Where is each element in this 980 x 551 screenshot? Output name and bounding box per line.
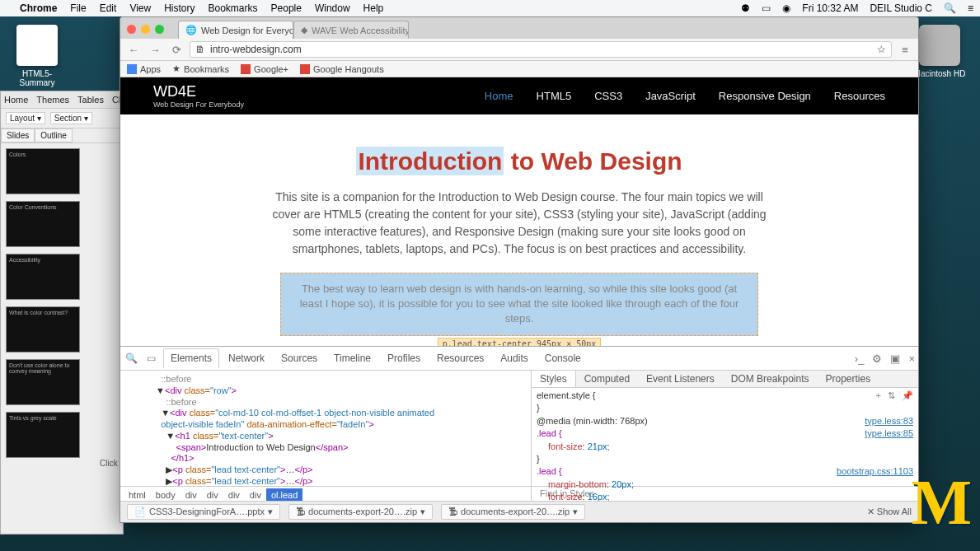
dt-tab-audits[interactable]: Audits: [493, 348, 535, 368]
page-title: Introduction to Web Design: [170, 147, 869, 175]
menu-window[interactable]: Window: [315, 2, 350, 14]
close-icon[interactable]: [127, 25, 136, 34]
pin-icon[interactable]: 📌: [902, 390, 913, 402]
zoom-icon[interactable]: [155, 25, 164, 34]
dt-tab-timeline[interactable]: Timeline: [326, 348, 378, 368]
toggle-state-icon[interactable]: ⇅: [888, 390, 895, 402]
dt-drawer-icon[interactable]: ›_: [855, 353, 865, 365]
dt-settings-icon[interactable]: ⚙: [872, 353, 882, 365]
window-controls: [127, 25, 164, 34]
bg-section-dropdown[interactable]: Section ▾: [50, 112, 92, 124]
menu-edit[interactable]: Edit: [100, 2, 117, 14]
download-item[interactable]: 🗜 documents-export-20….zip ▾: [288, 504, 433, 520]
styles-rules[interactable]: +⇅📌 element.style { } type.less:83@media…: [532, 388, 918, 506]
bg-tab-outline[interactable]: Outline: [35, 128, 73, 142]
dt-tab-console[interactable]: Console: [537, 348, 588, 368]
slide-thumb[interactable]: Accessibility: [6, 254, 80, 300]
crumb[interactable]: body: [151, 488, 181, 502]
menu-view[interactable]: View: [129, 2, 151, 14]
minimize-icon[interactable]: [141, 25, 150, 34]
menu-app[interactable]: Chrome: [20, 2, 57, 14]
show-all-downloads[interactable]: ✕ Show All: [867, 507, 912, 517]
menu-bookmarks[interactable]: Bookmarks: [209, 2, 258, 14]
site-logo[interactable]: WD4E Web Design For Everybody: [153, 83, 244, 109]
crumb[interactable]: div: [245, 488, 266, 502]
bg-toolbar-home[interactable]: Home: [4, 95, 28, 105]
back-button[interactable]: ←: [125, 44, 142, 56]
slide-thumb[interactable]: Color Conventions: [6, 201, 80, 247]
site-nav: WD4E Web Design For Everybody Home HTML5…: [120, 77, 918, 114]
nav-home[interactable]: Home: [485, 90, 513, 102]
browser-tab-active[interactable]: 🌐 Web Design for Everyone ×: [178, 21, 293, 39]
nav-css3[interactable]: CSS3: [594, 90, 622, 102]
styles-tab-styles[interactable]: Styles: [532, 371, 576, 387]
slide-thumb[interactable]: Tints vs grey scale: [6, 412, 80, 458]
slide-thumb: What is color contrast?: [6, 306, 80, 353]
hero-description: This site is a companion for the Introdu…: [264, 189, 775, 258]
dt-dock-icon[interactable]: ▣: [890, 353, 900, 365]
chrome-menu-icon[interactable]: ≡: [897, 44, 913, 56]
menu-file[interactable]: File: [70, 2, 86, 14]
nav-html5[interactable]: HTML5: [537, 90, 572, 102]
download-item[interactable]: 📄 CSS3-DesigningForA….pptx ▾: [127, 504, 280, 520]
styles-pane: Styles Computed Event Listeners DOM Brea…: [531, 371, 918, 486]
forward-button[interactable]: →: [147, 44, 163, 56]
dt-close-icon[interactable]: ×: [908, 353, 915, 365]
reload-button[interactable]: ⟳: [168, 44, 185, 56]
styles-tab-props[interactable]: Properties: [817, 371, 879, 387]
download-item[interactable]: 🗜 documents-export-20….zip ▾: [441, 504, 585, 520]
bookmark-star-icon[interactable]: ☆: [877, 44, 886, 55]
bk-googleplus[interactable]: Google+: [241, 64, 288, 74]
crumb[interactable]: div: [181, 488, 202, 502]
menu-extras-icon[interactable]: ≡: [968, 2, 973, 14]
mac-menubar[interactable]: Chrome File Edit View History Bookmarks …: [0, 0, 980, 16]
bk-hangouts[interactable]: Google Hangouts: [300, 64, 384, 74]
bg-toolbar-tables[interactable]: Tables: [77, 95, 104, 105]
bk-apps[interactable]: Apps: [127, 64, 161, 74]
styles-tab-events[interactable]: Event Listeners: [638, 371, 723, 387]
devtools-toolbar: 🔍 ▭ Elements Network Sources Timeline Pr…: [120, 347, 918, 371]
volume-icon[interactable]: ◉: [782, 2, 790, 14]
devtools-panel: 🔍 ▭ Elements Network Sources Timeline Pr…: [120, 346, 918, 501]
menu-history[interactable]: History: [164, 2, 195, 14]
styles-tab-computed[interactable]: Computed: [576, 371, 638, 387]
styles-tab-dombp[interactable]: DOM Breakpoints: [723, 371, 818, 387]
nav-js[interactable]: JavaScript: [645, 90, 696, 102]
dt-tab-elements[interactable]: Elements: [163, 348, 219, 368]
bg-layout-dropdown[interactable]: Layout ▾: [6, 112, 45, 124]
slide-thumb[interactable]: Colors: [6, 148, 80, 194]
bg-tab-slides[interactable]: Slides: [1, 128, 35, 142]
dt-tab-sources[interactable]: Sources: [274, 348, 325, 368]
battery-icon[interactable]: ▭: [762, 2, 771, 14]
menubar-user[interactable]: DEIL Studio C: [870, 2, 932, 14]
bk-bookmarks[interactable]: ★ Bookmarks: [172, 63, 229, 74]
menubar-clock[interactable]: Fri 10:32 AM: [802, 2, 858, 14]
crumb[interactable]: div: [202, 488, 223, 502]
crumb[interactable]: div: [223, 488, 245, 502]
dt-tab-profiles[interactable]: Profiles: [380, 348, 428, 368]
spotlight-icon[interactable]: 🔍: [944, 2, 956, 14]
dt-tab-resources[interactable]: Resources: [429, 348, 491, 368]
menu-help[interactable]: Help: [363, 2, 384, 14]
menu-people[interactable]: People: [271, 2, 302, 14]
desktop-doc-html5[interactable]: HTML5-Summary: [8, 25, 66, 87]
device-icon[interactable]: ▭: [143, 353, 158, 364]
bg-toolbar-themes[interactable]: Themes: [36, 95, 69, 105]
nav-responsive[interactable]: Responsive Design: [719, 90, 811, 102]
dom-tree[interactable]: ::before ▼<div class="row"> ::before ▼<d…: [120, 371, 531, 486]
background-app-window: Home Themes Tables Chart Layout ▾ Sectio…: [0, 91, 124, 535]
new-rule-icon[interactable]: +: [876, 390, 881, 402]
browser-tab-inactive[interactable]: ◆ WAVE Web Accessibility T… ×: [293, 21, 409, 39]
desktop-macintosh-hd[interactable]: Macintosh HD: [911, 25, 968, 78]
inspect-icon[interactable]: 🔍: [124, 353, 138, 364]
url-input[interactable]: 🗎 intro-webdesign.com ☆: [190, 41, 892, 58]
slide-thumb[interactable]: Don't use color alone to convey meaning: [6, 359, 80, 405]
wifi-icon[interactable]: ⚉: [741, 2, 750, 14]
watermark-m: M: [911, 465, 967, 539]
nav-resources[interactable]: Resources: [834, 90, 885, 102]
dt-tab-network[interactable]: Network: [221, 348, 272, 368]
crumb[interactable]: html: [124, 488, 151, 502]
crumb-current[interactable]: ol.lead: [266, 488, 302, 502]
slide-thumbs[interactable]: Colors Color Conventions Accessibility W…: [1, 143, 123, 463]
address-bar-row: ← → ⟳ 🗎 intro-webdesign.com ☆ ≡: [120, 39, 918, 61]
